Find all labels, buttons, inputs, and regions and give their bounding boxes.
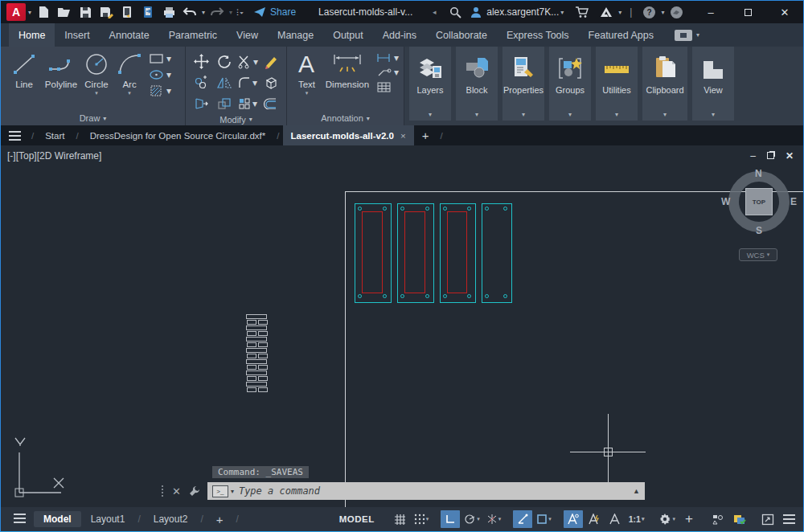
clipboard-panel[interactable]: Clipboard ▾	[642, 47, 687, 121]
ribbon-tab-insert[interactable]: Insert	[55, 23, 99, 47]
rectangle-tool[interactable]: ▾	[149, 52, 171, 65]
wcs-selector[interactable]: WCS▾	[739, 248, 777, 261]
customization-menu-icon[interactable]	[779, 510, 798, 528]
share-button[interactable]: Share	[253, 6, 296, 18]
snap-caret-icon[interactable]: ▾	[426, 516, 429, 522]
layout2-tab[interactable]: Layout2	[144, 511, 198, 527]
account-status-icon[interactable]	[667, 2, 686, 22]
command-drag-handle[interactable]	[162, 485, 166, 497]
viewcube[interactable]: N W E S TOP	[728, 171, 790, 232]
view-panel[interactable]: View ▾	[692, 47, 734, 121]
save-as-icon[interactable]	[96, 2, 116, 22]
minimize-button[interactable]: –	[692, 1, 729, 23]
utilities-panel[interactable]: Utilities ▾	[596, 47, 638, 121]
file-tab-close-icon[interactable]: ×	[400, 131, 406, 141]
autodesk-caret-icon[interactable]: ▾	[618, 9, 621, 16]
ribbon-tab-view[interactable]: View	[227, 23, 268, 47]
modify-panel-label[interactable]: Modify▾	[186, 113, 286, 125]
viewport-controls-label[interactable]: [-][Top][2D Wireframe]	[7, 150, 101, 162]
copy-tool[interactable]	[190, 72, 212, 92]
file-tab-start[interactable]: Start	[37, 125, 72, 145]
search-icon[interactable]	[445, 2, 465, 22]
ribbon-tab-annotate[interactable]: Annotate	[100, 23, 159, 47]
layout-menu-icon[interactable]	[14, 511, 26, 528]
autoscale-toggle[interactable]	[585, 510, 604, 528]
plot-icon[interactable]	[159, 2, 178, 22]
plus-tool[interactable]: +	[679, 510, 699, 528]
recent-commands-caret-icon[interactable]: ▾	[231, 488, 234, 495]
ribbon-tab-collaborate[interactable]: Collaborate	[426, 23, 497, 47]
circle-tool[interactable]: Circle ▾	[80, 50, 113, 96]
mirror-tool[interactable]	[213, 72, 236, 92]
doc-minimize-icon[interactable]: –	[750, 150, 756, 162]
ribbon-tab-featured-apps[interactable]: Featured Apps	[579, 23, 663, 47]
ribbon-display-toggle[interactable]: ▾	[675, 23, 701, 47]
array-tool[interactable]: ▾	[236, 93, 259, 113]
viewcube-north[interactable]: N	[755, 168, 762, 179]
table-tool[interactable]	[376, 81, 399, 93]
command-close-icon[interactable]: ✕	[172, 485, 181, 497]
save-web-mobile-icon[interactable]	[138, 2, 158, 22]
object-snap-toggle[interactable]: ▾	[534, 510, 554, 528]
ucs-icon[interactable]	[6, 428, 78, 501]
document-title[interactable]: Lasercut-molds-all-v...	[318, 6, 412, 18]
ribbon-tab-home[interactable]: Home	[9, 23, 55, 47]
annotation-scale-toggle[interactable]	[605, 510, 625, 528]
scale-tool[interactable]	[213, 93, 236, 113]
move-tool[interactable]	[190, 51, 212, 72]
dimension-tool[interactable]: Dimension	[322, 50, 373, 89]
autodesk-logo-icon[interactable]	[597, 2, 616, 22]
new-drawing-tab-button[interactable]: +	[414, 125, 437, 145]
search-back-icon[interactable]: ◂	[425, 2, 444, 22]
polyline-tool[interactable]: Polyline	[43, 50, 80, 89]
linear-dimension-tool[interactable]: ▾	[376, 52, 399, 63]
rotate-tool[interactable]	[213, 51, 236, 72]
doc-close-icon[interactable]: ✕	[786, 150, 794, 162]
grid-toggle[interactable]	[391, 510, 410, 528]
ribbon-tab-manage[interactable]: Manage	[268, 23, 323, 47]
explode-tool[interactable]	[260, 72, 282, 92]
offset-tool[interactable]	[260, 93, 282, 113]
polar-caret-icon[interactable]: ▾	[477, 516, 480, 522]
fillet-tool[interactable]: ▾	[236, 72, 259, 92]
app-logo-icon[interactable]: A	[6, 3, 26, 21]
help-caret-icon[interactable]: ▾	[661, 9, 664, 16]
properties-panel[interactable]: Properties ▾	[503, 47, 544, 121]
command-input-bar[interactable]: >_ ▾ Type a command ▲	[207, 482, 645, 500]
maximize-button[interactable]	[729, 1, 766, 23]
hatch-tool[interactable]: ▾	[149, 84, 171, 97]
ribbon-tab-output[interactable]: Output	[323, 23, 373, 47]
close-button[interactable]: ✕	[766, 1, 803, 23]
polar-tracking-toggle[interactable]: ▾	[461, 510, 482, 528]
file-tab-lasercut[interactable]: Lasercut-molds-all-v2.0 ×	[283, 125, 414, 145]
open-file-icon[interactable]	[55, 2, 74, 22]
osnap-caret-icon[interactable]: ▾	[548, 516, 552, 522]
workspace-switching-toggle[interactable]: ▾	[656, 510, 678, 528]
iso-caret-icon[interactable]: ▾	[498, 516, 502, 522]
text-tool[interactable]: A Text ▾	[292, 50, 322, 96]
help-icon[interactable]: ?	[639, 2, 658, 22]
viewcube-east[interactable]: E	[790, 196, 797, 207]
new-file-icon[interactable]	[34, 2, 53, 22]
annotation-scale-value[interactable]: 1:1▾	[626, 510, 647, 528]
graphics-performance-toggle[interactable]	[729, 510, 749, 528]
arc-caret-icon[interactable]: ▾	[128, 90, 131, 96]
text-caret-icon[interactable]: ▾	[306, 90, 309, 96]
redo-caret-icon[interactable]: ▾	[229, 9, 232, 16]
object-snap-tracking-toggle[interactable]	[513, 510, 532, 528]
isolate-objects-toggle[interactable]	[708, 510, 728, 528]
isometric-drafting-toggle[interactable]: ▾	[484, 510, 504, 528]
block-panel[interactable]: Block ▾	[456, 47, 498, 121]
stretch-tool[interactable]	[190, 93, 212, 113]
layout1-tab[interactable]: Layout1	[81, 511, 135, 527]
layers-panel[interactable]: Layers ▾	[409, 47, 451, 121]
new-layout-button[interactable]: +	[207, 510, 233, 529]
undo-icon[interactable]	[180, 2, 199, 22]
file-tab-dressdesign[interactable]: DressDesign for Open Source Circular.dxf…	[82, 125, 274, 145]
ellipse-tool[interactable]: ▾	[149, 68, 171, 81]
snap-toggle[interactable]: ▾	[412, 510, 432, 528]
file-tabs-menu-icon[interactable]	[1, 125, 28, 145]
trim-tool[interactable]: ▾	[236, 51, 259, 72]
app-menu-caret-icon[interactable]: ▾	[28, 9, 31, 16]
ortho-toggle[interactable]	[441, 510, 460, 528]
